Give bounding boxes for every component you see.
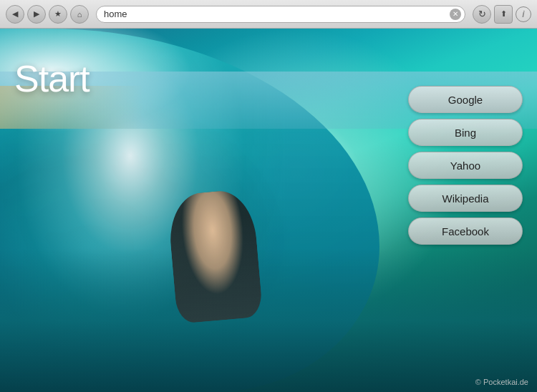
quick-link-google[interactable]: Google xyxy=(408,86,523,113)
forward-icon: ▶ xyxy=(34,9,39,19)
reload-button[interactable]: ↻ xyxy=(473,5,491,24)
browser-toolbar: ◀ ▶ ★ ⌂ ✕ ↻ ⬆ i xyxy=(0,0,537,29)
info-icon: i xyxy=(522,9,524,19)
bookmark-button[interactable]: ★ xyxy=(49,5,67,24)
quick-link-yahoo[interactable]: Yahoo xyxy=(408,152,523,179)
quick-links-panel: GoogleBingYahooWikipediaFacebook xyxy=(408,86,523,245)
share-button[interactable]: ⬆ xyxy=(494,5,513,24)
back-icon: ◀ xyxy=(12,9,18,19)
share-icon: ⬆ xyxy=(500,9,507,19)
address-clear-button[interactable]: ✕ xyxy=(450,9,461,20)
quick-link-wikipedia[interactable]: Wikipedia xyxy=(408,185,523,212)
quick-link-facebook[interactable]: Facebook xyxy=(408,217,523,245)
wave-dark xyxy=(0,249,537,392)
home-icon: ⌂ xyxy=(77,10,82,19)
main-content: Start GoogleBingYahooWikipediaFacebook ©… xyxy=(0,29,537,392)
forward-button[interactable]: ▶ xyxy=(27,5,46,24)
reload-icon: ↻ xyxy=(478,9,486,19)
address-input[interactable] xyxy=(96,6,465,23)
page-title: Start xyxy=(14,57,90,100)
address-bar-container: ✕ xyxy=(96,6,465,23)
info-button[interactable]: i xyxy=(516,6,531,22)
home-button[interactable]: ⌂ xyxy=(70,5,89,24)
bookmark-icon: ★ xyxy=(54,9,62,19)
copyright-text: © Pocketkai.de xyxy=(475,378,528,386)
back-button[interactable]: ◀ xyxy=(6,5,24,24)
quick-link-bing[interactable]: Bing xyxy=(408,119,523,146)
clear-icon: ✕ xyxy=(453,11,458,18)
